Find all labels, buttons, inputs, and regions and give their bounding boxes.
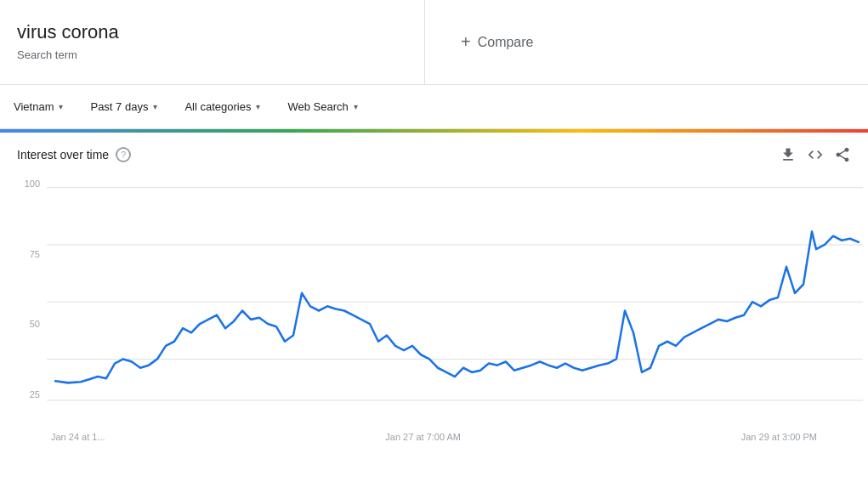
embed-button[interactable] — [807, 146, 824, 163]
filter-time-range[interactable]: Past 7 days ▾ — [77, 85, 171, 128]
search-term-label: Search term — [17, 48, 407, 61]
download-button[interactable] — [780, 146, 797, 163]
filters-bar: Vietnam ▾ Past 7 days ▾ All categories ▾… — [0, 85, 868, 129]
search-term-section: virus corona Search term — [0, 0, 425, 84]
filter-region[interactable]: Vietnam ▾ — [0, 85, 77, 128]
embed-icon — [807, 146, 824, 163]
y-label-75: 75 — [0, 249, 47, 259]
chevron-time-icon: ▾ — [153, 102, 157, 111]
chart-section: Interest over time ? — [0, 133, 868, 442]
x-axis-labels: Jan 24 at 1... Jan 27 at 7:00 AM Jan 29 … — [0, 428, 868, 442]
x-label-2: Jan 27 at 7:00 AM — [385, 432, 461, 442]
chevron-categories-icon: ▾ — [256, 102, 260, 111]
help-icon[interactable]: ? — [116, 147, 131, 162]
chart-title: Interest over time — [17, 148, 109, 162]
filter-categories-label: All categories — [184, 100, 251, 113]
compare-label: Compare — [478, 35, 534, 50]
filter-region-label: Vietnam — [14, 100, 54, 113]
filter-categories[interactable]: All categories ▾ — [171, 85, 274, 128]
filter-time-label: Past 7 days — [90, 100, 148, 113]
plus-icon: + — [461, 32, 471, 52]
compare-button[interactable]: + Compare — [451, 26, 544, 59]
y-label-25: 25 — [0, 389, 47, 400]
chevron-region-icon: ▾ — [59, 102, 63, 111]
y-axis-labels: 100 75 50 25 — [0, 170, 47, 416]
y-label-50: 50 — [0, 319, 47, 329]
share-button[interactable] — [834, 146, 851, 163]
filter-search-type-label: Web Search — [287, 100, 348, 113]
y-label-100: 100 — [0, 178, 47, 189]
share-icon — [834, 146, 851, 163]
filter-search-type[interactable]: Web Search ▾ — [274, 85, 371, 128]
chart-header: Interest over time ? — [0, 133, 868, 170]
download-icon — [780, 146, 797, 163]
search-term-title: virus corona — [17, 20, 407, 45]
top-bar: virus corona Search term + Compare — [0, 0, 868, 85]
trend-chart — [0, 170, 868, 425]
x-label-3: Jan 29 at 3:00 PM — [741, 432, 817, 442]
compare-section: + Compare — [425, 0, 868, 84]
chart-container: 100 75 50 25 Jan 24 at 1... Jan 27 at 7:… — [0, 170, 868, 442]
chart-title-area: Interest over time ? — [17, 147, 131, 162]
chart-actions — [780, 146, 851, 163]
chevron-search-type-icon: ▾ — [354, 102, 358, 111]
x-label-1: Jan 24 at 1... — [51, 432, 105, 442]
